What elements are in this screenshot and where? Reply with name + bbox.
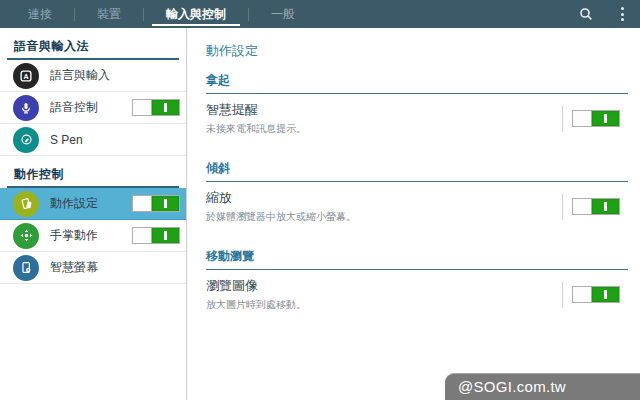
setting-title: 瀏覽圖像 bbox=[206, 277, 562, 295]
setting-controls bbox=[562, 106, 628, 132]
sidebar-item-label: 智慧螢幕 bbox=[50, 259, 180, 276]
smart-alert-toggle-on[interactable] bbox=[572, 110, 620, 127]
settings-sidebar: 語音與輸入法 A 語言與輸入 語音控制 bbox=[0, 28, 187, 400]
tab-general[interactable]: 一般 bbox=[249, 0, 317, 28]
smart-screen-icon bbox=[13, 255, 39, 281]
browse-image-toggle-on[interactable] bbox=[572, 286, 620, 303]
setting-subtitle: 於媒體瀏覽器中放大或縮小螢幕。 bbox=[206, 210, 562, 224]
top-tab-bar: 連接 裝置 輸入與控制 一般 bbox=[0, 0, 640, 28]
s-pen-icon bbox=[13, 127, 39, 153]
setting-controls bbox=[562, 194, 628, 220]
sidebar-item-label: 動作設定 bbox=[50, 195, 121, 212]
palm-motion-toggle-on[interactable] bbox=[132, 227, 180, 244]
watermark-text: @SOGI.com.tw bbox=[458, 378, 566, 395]
section-pan-browse: 移動瀏覽 瀏覽圖像 放大圖片時到處移動。 bbox=[206, 248, 628, 322]
setting-subtitle: 放大圖片時到處移動。 bbox=[206, 298, 562, 312]
sidebar-item-label: 手掌動作 bbox=[50, 227, 121, 244]
motion-icon bbox=[13, 191, 39, 217]
section-tilt: 傾斜 縮放 於媒體瀏覽器中放大或縮小螢幕。 bbox=[206, 160, 628, 234]
toggle-divider bbox=[562, 282, 563, 308]
setting-text: 瀏覽圖像 放大圖片時到處移動。 bbox=[206, 277, 562, 312]
setting-text: 智慧提醒 未接來電和訊息提示。 bbox=[206, 101, 562, 136]
sidebar-item-voice-control[interactable]: 語音控制 bbox=[0, 92, 186, 124]
settings-tabs: 連接 裝置 輸入與控制 一般 bbox=[6, 0, 317, 28]
sidebar-item-motion-settings[interactable]: 動作設定 bbox=[0, 188, 186, 220]
keyboard-a-icon: A bbox=[13, 63, 39, 89]
toggle-divider bbox=[562, 106, 563, 132]
overflow-menu-icon[interactable] bbox=[614, 6, 630, 22]
mic-icon bbox=[13, 95, 39, 121]
search-icon[interactable] bbox=[578, 6, 594, 22]
motion-settings-panel: 動作設定 拿起 智慧提醒 未接來電和訊息提示。 傾斜 bbox=[188, 28, 640, 400]
sidebar-item-smart-screen[interactable]: 智慧螢幕 bbox=[0, 252, 186, 284]
section-header: 移動瀏覽 bbox=[206, 248, 628, 270]
zoom-toggle-on[interactable] bbox=[572, 198, 620, 215]
voice-control-toggle-on[interactable] bbox=[132, 99, 180, 116]
sidebar-item-palm-motion[interactable]: 手掌動作 bbox=[0, 220, 186, 252]
sidebar-item-label: 語言與輸入 bbox=[50, 67, 180, 84]
section-header: 拿起 bbox=[206, 72, 628, 94]
section-header: 傾斜 bbox=[206, 160, 628, 182]
settings-app-window: 連接 裝置 輸入與控制 一般 語音與輸入法 bbox=[0, 0, 640, 400]
tab-device[interactable]: 裝置 bbox=[75, 0, 143, 28]
sidebar-item-label: S Pen bbox=[50, 133, 180, 147]
motion-settings-toggle-on[interactable] bbox=[132, 195, 180, 212]
setting-title: 智慧提醒 bbox=[206, 101, 562, 119]
setting-subtitle: 未接來電和訊息提示。 bbox=[206, 122, 562, 136]
svg-text:A: A bbox=[23, 72, 28, 80]
action-bar-icons bbox=[578, 0, 630, 28]
sidebar-item-language-input[interactable]: A 語言與輸入 bbox=[0, 60, 186, 92]
sidebar-item-s-pen[interactable]: S Pen bbox=[0, 124, 186, 156]
setting-row-zoom[interactable]: 縮放 於媒體瀏覽器中放大或縮小螢幕。 bbox=[206, 182, 628, 234]
sogi-watermark: @SOGI.com.tw bbox=[445, 373, 640, 400]
setting-row-browse-image[interactable]: 瀏覽圖像 放大圖片時到處移動。 bbox=[206, 270, 628, 322]
tab-connections[interactable]: 連接 bbox=[6, 0, 74, 28]
setting-controls bbox=[562, 282, 628, 308]
page-title: 動作設定 bbox=[206, 42, 628, 60]
sidebar-item-label: 語音控制 bbox=[50, 99, 121, 116]
sidebar-section-motion-control: 動作控制 bbox=[7, 156, 179, 188]
section-pick-up: 拿起 智慧提醒 未接來電和訊息提示。 bbox=[206, 72, 628, 146]
toggle-divider bbox=[562, 194, 563, 220]
palm-motion-icon bbox=[13, 223, 39, 249]
tab-input-and-control[interactable]: 輸入與控制 bbox=[144, 0, 248, 28]
setting-row-smart-alert[interactable]: 智慧提醒 未接來電和訊息提示。 bbox=[206, 94, 628, 146]
setting-text: 縮放 於媒體瀏覽器中放大或縮小螢幕。 bbox=[206, 189, 562, 224]
setting-title: 縮放 bbox=[206, 189, 562, 207]
sidebar-section-voice-input: 語音與輸入法 bbox=[7, 28, 179, 60]
